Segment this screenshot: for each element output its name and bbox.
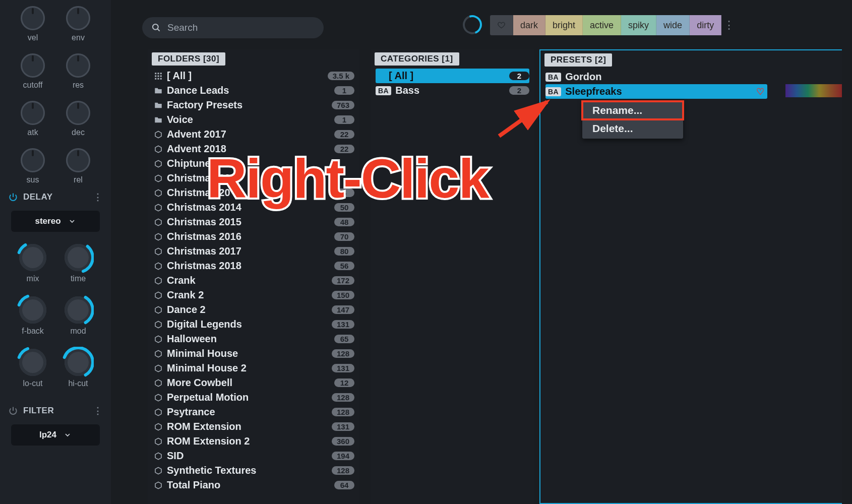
filter-mode-dropdown[interactable]: lp24 xyxy=(11,424,100,446)
folder-row[interactable]: Total Piano 64 xyxy=(153,478,354,492)
folder-count: 12 xyxy=(334,379,354,387)
folder-row[interactable]: Dance 2 147 xyxy=(153,302,354,317)
knob-atk[interactable]: atk xyxy=(10,101,55,137)
folder-row[interactable]: ROM Extension 131 xyxy=(153,419,354,434)
knob-env[interactable]: env xyxy=(55,6,101,42)
more-icon[interactable]: ⋮ xyxy=(93,192,103,203)
category-name: Bass xyxy=(395,85,509,96)
preset-row[interactable]: BA Sleepfreaks ♡ xyxy=(545,84,767,99)
folder-name: Christmas 2016 xyxy=(167,231,334,242)
cube-icon xyxy=(153,393,164,402)
folder-row[interactable]: ROM Extension 2 360 xyxy=(153,434,354,449)
folder-row[interactable]: Synthetic Textures 128 xyxy=(153,463,354,478)
search-input[interactable]: Search xyxy=(142,17,324,38)
chevron-down-icon xyxy=(64,431,72,439)
knob-res[interactable]: res xyxy=(55,53,101,90)
tag-spiky[interactable]: spiky xyxy=(621,15,656,35)
context-menu-item[interactable]: Delete... xyxy=(582,119,683,138)
folder-row[interactable]: Christmas 20 6 xyxy=(153,185,354,200)
folder-name: Minimal House 2 xyxy=(167,362,332,374)
folder-count: 128 xyxy=(332,466,354,475)
cube-icon xyxy=(153,364,164,373)
folder-row[interactable]: Christmas 20 xyxy=(153,171,354,185)
folder-name: Christmas 2014 xyxy=(167,202,334,213)
category-badge: BA xyxy=(376,86,391,95)
folder-name: ROM Extension 2 xyxy=(167,435,332,447)
folder-row[interactable]: Crank 2 150 xyxy=(153,288,354,302)
tag-bright[interactable]: bright xyxy=(545,15,583,35)
folder-name: Psytrance xyxy=(167,406,332,418)
tag-active[interactable]: active xyxy=(583,15,621,35)
knob-lo-cut[interactable]: lo-cut xyxy=(10,349,55,388)
knob-f-back[interactable]: f-back xyxy=(10,296,55,336)
folder-count: 131 xyxy=(332,422,354,431)
folder-row[interactable]: [ All ] 3.5 k xyxy=(153,69,354,83)
folder-row[interactable]: Minimal House 2 131 xyxy=(153,361,354,375)
preset-row[interactable]: BA Gordon xyxy=(545,70,837,84)
folder-row[interactable]: Digital Legends 131 xyxy=(153,317,354,332)
power-icon[interactable] xyxy=(8,192,18,202)
cube-icon xyxy=(153,247,164,256)
category-row[interactable]: [ All ] 2 xyxy=(376,69,529,83)
folder-count: 1 xyxy=(334,115,354,124)
folder-count: 128 xyxy=(332,393,354,402)
folder-row[interactable]: Perpetual Motion 128 xyxy=(153,390,354,405)
folder-row[interactable]: Christmas 2014 50 xyxy=(153,200,354,215)
folder-row[interactable]: Halloween 65 xyxy=(153,332,354,346)
cube-icon xyxy=(153,291,164,300)
knob-sus[interactable]: sus xyxy=(10,148,55,184)
folder-row[interactable]: Crank 172 xyxy=(153,273,354,288)
folder-row[interactable]: Christmas 2018 56 xyxy=(153,259,354,273)
folder-count: 64 xyxy=(334,481,354,489)
cube-icon xyxy=(153,145,164,154)
folder-row[interactable]: Factory Presets 763 xyxy=(153,98,354,112)
knob-time[interactable]: time xyxy=(55,244,101,283)
folder-name: Digital Legends xyxy=(167,319,332,330)
context-menu-item[interactable]: Rename... xyxy=(582,101,683,119)
folder-row[interactable]: Psytrance 128 xyxy=(153,405,354,419)
tag-more[interactable]: ⋮ xyxy=(721,15,737,35)
folder-count: 194 xyxy=(332,452,354,460)
folder-name: Christmas 2017 xyxy=(167,245,334,257)
heart-icon[interactable]: ♡ xyxy=(756,86,764,97)
folder-row[interactable]: Christmas 2016 70 xyxy=(153,229,354,244)
knob-rel[interactable]: rel xyxy=(55,148,101,184)
folder-name: Minimal House xyxy=(167,348,332,359)
knob-hi-cut[interactable]: hi-cut xyxy=(55,349,101,388)
folder-row[interactable]: Advent 2018 22 xyxy=(153,142,354,156)
folder-row[interactable]: Christmas 2015 48 xyxy=(153,215,354,229)
tag-wide[interactable]: wide xyxy=(656,15,690,35)
tag-dark[interactable]: dark xyxy=(513,15,545,35)
preset-name: Sleepfreaks xyxy=(565,86,756,97)
folder-row[interactable]: Christmas 2017 80 xyxy=(153,244,354,259)
cube-icon xyxy=(153,232,164,241)
power-icon[interactable] xyxy=(8,406,18,416)
categories-pane: CATEGORIES [1] [ All ] 2 BA Bass 2 xyxy=(371,49,534,504)
folder-row[interactable]: Advent 2017 22 xyxy=(153,127,354,142)
folder-name: More Cowbell xyxy=(167,377,334,389)
knob-mod[interactable]: mod xyxy=(55,296,101,336)
more-icon[interactable]: ⋮ xyxy=(93,405,103,416)
knob-mix[interactable]: mix xyxy=(10,244,55,283)
folder-row[interactable]: More Cowbell 12 xyxy=(153,375,354,390)
knob-cutoff[interactable]: cutoff xyxy=(10,53,55,90)
folder-row[interactable]: Chiptune xyxy=(153,156,354,171)
knob-dec[interactable]: dec xyxy=(55,101,101,137)
category-name: [ All ] xyxy=(389,70,509,82)
folder-row[interactable]: SID 194 xyxy=(153,449,354,463)
folder-row[interactable]: Minimal House 128 xyxy=(153,346,354,361)
folder-row[interactable]: Dance Leads 1 xyxy=(153,83,354,98)
folder-row[interactable]: Voice 1 xyxy=(153,112,354,127)
delay-mode-label: stereo xyxy=(35,216,60,226)
category-row[interactable]: BA Bass 2 xyxy=(376,83,529,98)
cube-icon xyxy=(153,349,164,358)
tag-dirty[interactable]: dirty xyxy=(690,15,721,35)
delay-mode-dropdown[interactable]: stereo xyxy=(11,211,100,232)
folders-pane: FOLDERS [30] [ All ] 3.5 k Dance Leads 1… xyxy=(148,49,359,504)
tag-favorite[interactable] xyxy=(490,15,513,35)
knob-vel[interactable]: vel xyxy=(10,6,55,42)
grid-icon xyxy=(153,72,164,81)
folder-icon xyxy=(153,115,164,124)
filter-title: FILTER xyxy=(23,406,54,416)
folder-name: Advent 2017 xyxy=(167,129,334,140)
